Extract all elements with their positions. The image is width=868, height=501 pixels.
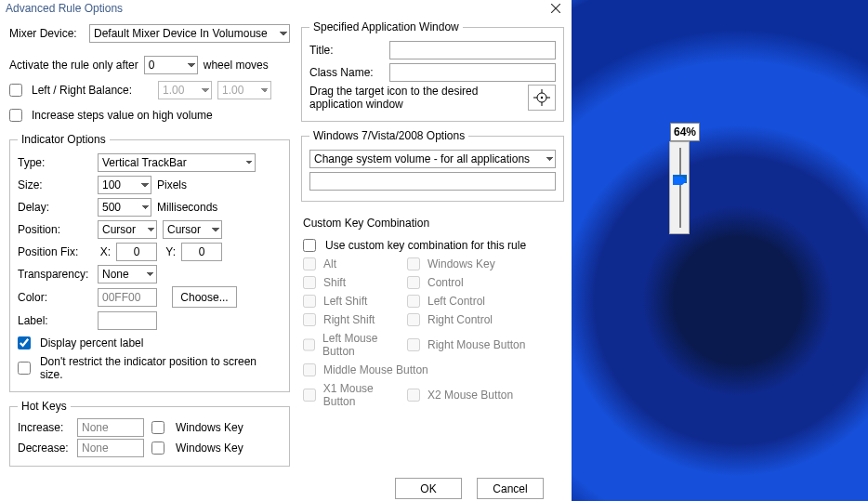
key-rmb-checkbox (407, 338, 420, 351)
key-rcontrol-checkbox (407, 313, 420, 326)
lr-balance-checkbox[interactable] (9, 84, 22, 97)
key-shift-label: Shift (323, 276, 346, 289)
win7-options-group: Windows 7/Vista/2008 Options Change syst… (301, 129, 564, 202)
hotkey-increase-winkey-label: Windows Key (176, 421, 243, 434)
hotkey-decrease-winkey-checkbox[interactable] (151, 442, 164, 455)
custom-key-legend: Custom Key Combination (303, 217, 562, 230)
posfix-y-label: Y: (163, 245, 176, 258)
volume-percent-label: 64% (670, 123, 700, 141)
indicator-size-select[interactable]: 100 (98, 176, 151, 194)
hotkey-increase-winkey-checkbox[interactable] (151, 421, 164, 434)
key-rshift-checkbox (303, 313, 316, 326)
drag-target-button[interactable] (528, 85, 556, 111)
key-mmb-checkbox (303, 363, 316, 376)
hotkey-increase-label: Increase: (18, 421, 70, 434)
indicator-label-label: Label: (18, 314, 92, 327)
key-rcontrol-label: Right Control (427, 313, 493, 326)
advanced-rule-options-dialog: Advanced Rule Options Mixer Device: Defa… (0, 0, 572, 501)
svg-marker-0 (673, 177, 687, 185)
indicator-size-label: Size: (18, 178, 92, 191)
app-title-label: Title: (309, 44, 384, 57)
increase-high-volume-label: Increase steps value on high volume (32, 109, 213, 122)
app-class-label: Class Name: (309, 66, 384, 79)
key-rmb-label: Right Mouse Button (427, 338, 525, 351)
ok-button[interactable]: OK (395, 478, 462, 499)
use-custom-key-checkbox[interactable] (303, 239, 316, 252)
key-control-checkbox (407, 276, 420, 289)
app-class-input[interactable] (389, 63, 556, 82)
color-label: Color: (18, 291, 92, 304)
hotkey-decrease-input[interactable] (77, 439, 144, 457)
win7-volume-select[interactable]: Change system volume - for all applicati… (309, 150, 556, 168)
win7-options-legend: Windows 7/Vista/2008 Options (309, 129, 468, 142)
key-lshift-label: Left Shift (323, 295, 367, 308)
app-window-group: Specified Application Window Title: Clas… (301, 20, 564, 122)
volume-track (679, 148, 681, 228)
indicator-type-select[interactable]: Vertical TrackBar (98, 153, 256, 172)
lr-balance-right-select: 1.00 (217, 81, 271, 99)
activate-wheel-select[interactable]: 0 (144, 56, 198, 74)
indicator-options-group: Indicator Options Type: Vertical TrackBa… (9, 133, 290, 392)
indicator-type-label: Type: (18, 156, 92, 169)
indicator-options-legend: Indicator Options (18, 133, 110, 146)
volume-thumb[interactable] (673, 175, 687, 183)
lr-balance-label: Left / Right Balance: (32, 84, 152, 97)
indicator-size-unit: Pixels (157, 178, 187, 191)
mixer-device-select[interactable]: Default Mixer Device In Volumouse (89, 24, 290, 43)
key-x1-label: X1 Mouse Button (323, 382, 407, 408)
posfix-x-label: X: (98, 245, 111, 258)
close-icon (551, 4, 560, 13)
dont-restrict-label: Don't restrict the indicator position to… (40, 355, 282, 381)
hotkey-decrease-label: Decrease: (18, 442, 70, 455)
activate-label-before: Activate the rule only after (9, 59, 138, 72)
display-percent-label: Display percent label (40, 336, 143, 349)
dialog-footer: OK Cancel (0, 474, 572, 501)
indicator-position-label: Position: (18, 223, 92, 236)
titlebar: Advanced Rule Options (0, 0, 572, 17)
drag-target-text: Drag the target icon to the desired appl… (309, 85, 522, 111)
transparency-label: Transparency: (18, 268, 92, 281)
key-winkey-checkbox (407, 257, 420, 270)
indicator-delay-select[interactable]: 500 (98, 198, 151, 217)
key-lcontrol-label: Left Control (427, 295, 485, 308)
key-x2-label: X2 Mouse Button (427, 389, 513, 402)
use-custom-key-label: Use custom key combination for this rule (325, 239, 526, 252)
increase-high-volume-checkbox[interactable] (9, 109, 22, 122)
lr-balance-left-select: 1.00 (158, 81, 212, 99)
posfix-y-input[interactable] (181, 243, 222, 261)
indicator-delay-label: Delay: (18, 201, 92, 214)
key-lmb-label: Left Mouse Button (322, 332, 407, 358)
indicator-label-input[interactable] (98, 311, 157, 330)
key-alt-label: Alt (323, 257, 336, 270)
win7-extra-input (309, 172, 556, 191)
indicator-pos-y-select[interactable]: Cursor (163, 220, 222, 239)
activate-label-after: wheel moves (204, 59, 269, 72)
display-percent-checkbox[interactable] (18, 336, 31, 349)
mixer-device-label: Mixer Device: (9, 27, 84, 40)
posfix-x-input[interactable] (116, 243, 157, 261)
key-rshift-label: Right Shift (323, 313, 375, 326)
indicator-delay-unit: Milliseconds (157, 201, 217, 214)
cancel-button[interactable]: Cancel (477, 478, 544, 499)
key-winkey-label: Windows Key (427, 257, 495, 270)
dialog-title: Advanced Rule Options (6, 2, 123, 15)
choose-color-button[interactable]: Choose... (172, 286, 237, 308)
custom-key-grid: Alt Windows Key Shift Control Left Shift… (303, 257, 562, 408)
hotkeys-group: Hot Keys Increase: Windows Key Decrease:… (9, 400, 290, 467)
app-title-input[interactable] (389, 41, 556, 59)
hotkey-increase-input[interactable] (77, 418, 144, 437)
transparency-select[interactable]: None (98, 265, 157, 283)
app-window-legend: Specified Application Window (309, 20, 463, 33)
color-input (98, 288, 157, 307)
key-lshift-checkbox (303, 295, 316, 308)
volume-indicator: 64% (669, 141, 690, 234)
indicator-pos-x-select[interactable]: Cursor (98, 220, 157, 239)
key-x2-checkbox (407, 389, 420, 402)
key-alt-checkbox (303, 257, 316, 270)
key-mmb-label: Middle Mouse Button (323, 363, 428, 376)
hotkeys-legend: Hot Keys (18, 400, 71, 413)
svg-point-4 (541, 97, 543, 99)
key-shift-checkbox (303, 276, 316, 289)
dont-restrict-checkbox[interactable] (18, 362, 31, 375)
close-button[interactable] (546, 0, 566, 17)
